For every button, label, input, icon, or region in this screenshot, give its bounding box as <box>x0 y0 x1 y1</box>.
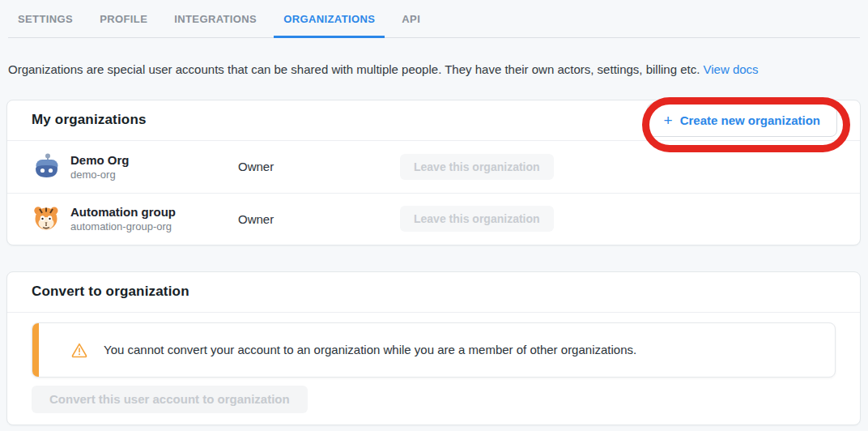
leave-organization-button[interactable]: Leave this organization <box>400 154 554 180</box>
org-role: Owner <box>238 212 400 226</box>
org-role: Owner <box>238 160 400 173</box>
convert-section-title: Convert to organization <box>32 284 189 300</box>
org-names: Automation group automation-group-org <box>70 205 238 233</box>
org-names: Demo Org demo-org <box>70 153 238 181</box>
plus-icon: + <box>664 113 673 128</box>
tab-organizations[interactable]: ORGANIZATIONS <box>274 10 385 38</box>
view-docs-link[interactable]: View docs <box>704 62 759 76</box>
warning-icon <box>71 342 87 358</box>
convert-section-header: Convert to organization <box>7 272 860 313</box>
convert-account-button[interactable]: Convert this user account to organizatio… <box>32 386 308 413</box>
create-new-organization-button[interactable]: + Create new organization <box>647 103 837 137</box>
warning-text: You cannot convert your account to an or… <box>104 343 636 356</box>
intro-text: Organizations are special user accounts … <box>8 62 860 78</box>
org-slug: automation-group-org <box>70 220 238 233</box>
tab-settings[interactable]: SETTINGS <box>8 10 83 38</box>
org-row-automation-group: Automation group automation-group-org Ow… <box>7 193 860 245</box>
org-slug: demo-org <box>70 169 238 181</box>
tab-api[interactable]: API <box>392 10 430 38</box>
org-row-demo-org: Demo Org demo-org Owner Leave this organ… <box>7 141 860 193</box>
org-name: Demo Org <box>70 153 238 167</box>
org-name: Automation group <box>70 205 238 219</box>
my-organizations-card: My organizations + Create new organizati… <box>6 100 861 245</box>
convert-to-organization-card: Convert to organization You cannot conve… <box>6 271 861 425</box>
tab-profile[interactable]: PROFILE <box>90 10 157 38</box>
tiger-avatar <box>32 204 61 233</box>
my-organizations-title: My organizations <box>32 112 147 128</box>
leave-organization-button[interactable]: Leave this organization <box>400 206 554 232</box>
intro-description: Organizations are special user accounts … <box>8 62 700 76</box>
tab-bar: SETTINGS PROFILE INTEGRATIONS ORGANIZATI… <box>8 0 860 38</box>
convert-section-body: You cannot convert your account to an or… <box>7 313 860 425</box>
tab-integrations[interactable]: INTEGRATIONS <box>164 10 266 38</box>
create-new-organization-label: Create new organization <box>680 113 820 127</box>
my-organizations-header: My organizations + Create new organizati… <box>7 100 860 141</box>
warning-banner: You cannot convert your account to an or… <box>32 322 836 378</box>
robot-avatar <box>32 152 61 181</box>
